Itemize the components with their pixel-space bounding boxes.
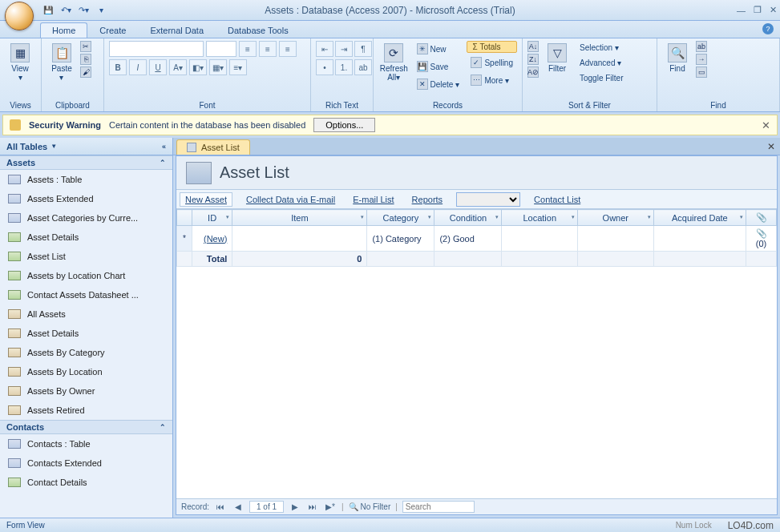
doc-tab-asset-list[interactable]: Asset List xyxy=(176,139,250,155)
format-painter-icon[interactable]: 🖌 xyxy=(80,66,91,78)
first-record-icon[interactable]: ⏮ xyxy=(214,502,227,511)
tab-create[interactable]: Create xyxy=(87,22,138,38)
toggle-filter-button[interactable]: Toggle Filter xyxy=(576,71,627,85)
help-icon[interactable]: ? xyxy=(762,23,774,34)
font-color-icon[interactable]: A▾ xyxy=(169,59,187,75)
cell-category[interactable]: (1) Category xyxy=(367,226,434,252)
nav-item[interactable]: Assets Retired xyxy=(0,401,172,420)
cut-icon[interactable]: ✂ xyxy=(80,41,91,52)
security-close-icon[interactable]: ✕ xyxy=(762,119,770,131)
nav-item[interactable]: Asset Details xyxy=(0,228,172,247)
view-button[interactable]: ▦ View▾ xyxy=(5,41,35,84)
nav-item[interactable]: Asset List xyxy=(0,247,172,266)
reports-combo[interactable] xyxy=(456,192,520,207)
nav-group-assets[interactable]: Assets⌃ xyxy=(0,155,172,170)
cell-item[interactable] xyxy=(232,226,367,252)
cell-acquired[interactable] xyxy=(653,226,746,252)
italic-icon[interactable]: I xyxy=(129,59,147,75)
nav-item[interactable]: Assets By Location xyxy=(0,362,172,381)
new-record-nav-icon[interactable]: ▶* xyxy=(324,502,337,511)
tab-external-data[interactable]: External Data xyxy=(138,22,216,38)
highlight-icon[interactable]: ab xyxy=(354,59,372,75)
tab-home[interactable]: Home xyxy=(40,22,87,38)
replace-icon[interactable]: ab xyxy=(696,41,707,52)
advanced-button[interactable]: Advanced▾ xyxy=(576,56,627,70)
search-box[interactable] xyxy=(402,501,475,513)
underline-icon[interactable]: U xyxy=(149,59,167,75)
nav-item[interactable]: Contact Assets Datasheet ... xyxy=(0,285,172,304)
delete-record-button[interactable]: ✕Delete▾ xyxy=(413,76,464,92)
bold-icon[interactable]: B xyxy=(109,59,127,75)
filter-button[interactable]: ▽ Filter xyxy=(542,41,572,75)
totals-button[interactable]: Σ Totals xyxy=(467,41,517,53)
new-record-row[interactable]: * (New) (1) Category (2) Good 📎(0) xyxy=(177,226,777,252)
nav-item[interactable]: Asset Categories by Curre... xyxy=(0,208,172,228)
collect-data-link[interactable]: Collect Data via E-mail xyxy=(242,192,339,207)
bullets-icon[interactable]: • xyxy=(316,59,333,75)
paste-button[interactable]: 📋 Paste▾ xyxy=(46,41,77,84)
col-acquired-date[interactable]: Acquired Date▾ xyxy=(653,210,746,226)
col-condition[interactable]: Condition▾ xyxy=(434,210,502,226)
cell-attachment[interactable]: 📎(0) xyxy=(746,226,777,252)
redo-icon[interactable]: ↷▾ xyxy=(77,4,90,17)
sort-asc-icon[interactable]: A↓ xyxy=(527,41,539,52)
nav-item[interactable]: All Assets xyxy=(0,304,172,324)
record-position[interactable]: 1 of 1 xyxy=(249,501,284,513)
nav-pane-header[interactable]: All Tables ▼ « xyxy=(0,138,172,155)
col-item[interactable]: Item▾ xyxy=(232,210,367,226)
fill-color-icon[interactable]: ◧▾ xyxy=(189,59,207,75)
cell-owner[interactable] xyxy=(578,226,654,252)
undo-icon[interactable]: ↶▾ xyxy=(59,4,72,17)
nav-item[interactable]: Assets By Category xyxy=(0,343,172,362)
nav-item[interactable]: Contact Details xyxy=(0,473,172,492)
col-category[interactable]: Category▾ xyxy=(367,210,434,226)
nav-item[interactable]: Assets : Table xyxy=(0,170,172,189)
align-right-icon[interactable]: ≡ xyxy=(279,41,297,57)
nav-group-contacts[interactable]: Contacts⌃ xyxy=(0,420,172,434)
collapse-pane-icon[interactable]: « xyxy=(162,143,166,151)
tab-database-tools[interactable]: Database Tools xyxy=(216,22,301,38)
numbering-icon[interactable]: 1. xyxy=(335,59,353,75)
col-location[interactable]: Location▾ xyxy=(502,210,578,226)
nav-item[interactable]: Contacts : Table xyxy=(0,434,172,453)
prev-record-icon[interactable]: ◀ xyxy=(232,502,245,511)
datasheet[interactable]: ID▾ Item▾ Category▾ Condition▾ Location▾… xyxy=(176,209,777,498)
goto-icon[interactable]: → xyxy=(696,54,707,65)
new-asset-link[interactable]: New Asset xyxy=(180,192,232,207)
select-icon[interactable]: ▭ xyxy=(696,66,707,78)
increase-indent-icon[interactable]: ⇥ xyxy=(335,41,353,57)
nav-item[interactable]: Assets Extended xyxy=(0,189,172,208)
alt-row-icon[interactable]: ≡▾ xyxy=(229,59,247,75)
new-id-link[interactable]: (New) xyxy=(204,234,227,244)
row-selector-header[interactable] xyxy=(177,210,192,226)
reports-link[interactable]: Reports xyxy=(408,192,447,207)
next-record-icon[interactable]: ▶ xyxy=(289,502,301,511)
spelling-button[interactable]: ✓Spelling xyxy=(467,54,517,71)
minimize-button[interactable]: — xyxy=(737,6,746,15)
contact-list-link[interactable]: Contact List xyxy=(530,192,584,207)
selection-button[interactable]: Selection▾ xyxy=(576,41,627,54)
col-id[interactable]: ID▾ xyxy=(192,210,232,226)
email-list-link[interactable]: E-mail List xyxy=(349,192,398,207)
last-record-icon[interactable]: ⏭ xyxy=(306,502,319,511)
col-attachment[interactable]: 📎 xyxy=(746,210,777,226)
qat-customize-icon[interactable]: ▾ xyxy=(95,4,107,17)
align-center-icon[interactable]: ≡ xyxy=(259,41,277,57)
cell-location[interactable] xyxy=(502,226,578,252)
nav-item[interactable]: Assets by Location Chart xyxy=(0,266,172,285)
gridlines-icon[interactable]: ▦▾ xyxy=(209,59,227,75)
align-left-icon[interactable]: ≡ xyxy=(239,41,257,57)
refresh-all-button[interactable]: ⟳ Refresh All▾ xyxy=(378,41,410,84)
font-size-combo[interactable] xyxy=(206,41,236,57)
sort-desc-icon[interactable]: Z↓ xyxy=(527,54,539,65)
close-button[interactable]: ✕ xyxy=(770,5,777,15)
restore-button[interactable]: ❐ xyxy=(754,5,762,15)
nav-item[interactable]: Assets By Owner xyxy=(0,381,172,401)
cell-condition[interactable]: (2) Good xyxy=(434,226,502,252)
new-record-button[interactable]: ✳New xyxy=(413,41,464,57)
clear-sort-icon[interactable]: A⊘ xyxy=(527,66,539,78)
save-record-button[interactable]: 💾Save xyxy=(413,58,464,75)
col-owner[interactable]: Owner▾ xyxy=(578,210,654,226)
security-options-button[interactable]: Options... xyxy=(313,118,375,132)
doc-tab-close-icon[interactable]: ✕ xyxy=(767,141,775,152)
